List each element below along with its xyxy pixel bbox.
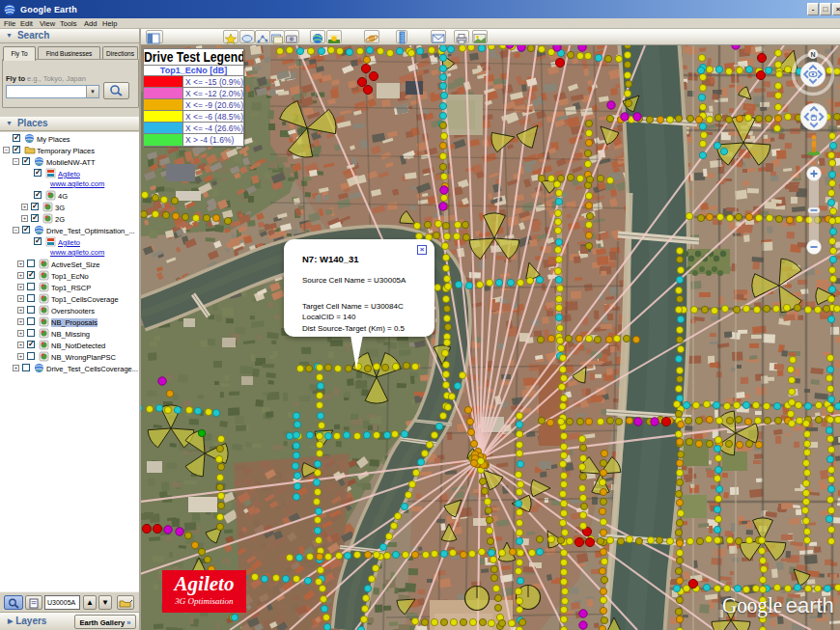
svg-text:N: N xyxy=(810,51,815,58)
